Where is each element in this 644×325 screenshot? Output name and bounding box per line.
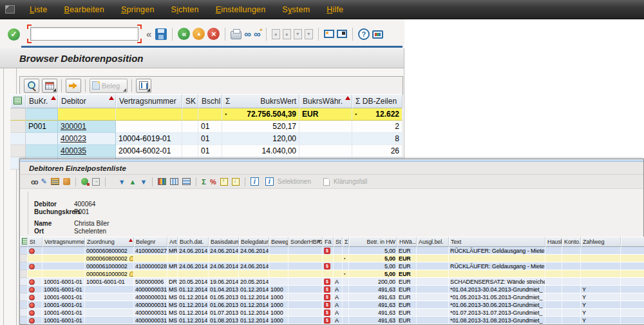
col-db-zeilen[interactable]: Σ DB-Zeilen [352, 94, 402, 108]
debitor-link[interactable]: 400035 [61, 146, 86, 155]
last-page-icon[interactable]: ▼ [303, 29, 314, 39]
col-st[interactable]: St [28, 237, 43, 247]
subtotal-icon[interactable]: % [208, 178, 218, 186]
debitor-link[interactable]: 300001 [61, 122, 86, 131]
menu-item-springen[interactable]: Springen [113, 5, 163, 14]
info-icon[interactable]: i [249, 177, 261, 186]
row-selector[interactable] [20, 293, 28, 301]
continue-button[interactable] [66, 79, 81, 93]
row-selector[interactable] [20, 309, 28, 317]
sort-descending-icon[interactable]: ▼ [138, 178, 149, 186]
customize-layout-icon[interactable] [371, 29, 384, 39]
dropdown-caret[interactable] [147, 88, 150, 92]
klaerungsfall-button[interactable]: Klärungsfall [321, 178, 367, 186]
collapse-icon[interactable]: « [144, 28, 154, 39]
row-selector[interactable] [20, 317, 28, 324]
exit-icon[interactable]: ▲ [191, 28, 206, 40]
col-sonderhbkz[interactable]: SonderHBKz [289, 237, 323, 247]
find-next-icon[interactable]: ∞ [252, 28, 262, 39]
col-bewegart[interactable]: BewegArt [269, 237, 289, 247]
col-hausbank[interactable]: Hausb... [545, 237, 562, 247]
cancel-icon[interactable]: × [206, 28, 221, 40]
system-menu-icon[interactable] [5, 5, 15, 14]
choose-details-button[interactable] [24, 79, 39, 93]
find-icon[interactable]: ∞ [243, 28, 252, 39]
col-zuordnung[interactable]: Zuordnung [85, 237, 134, 247]
row-selector[interactable] [10, 145, 26, 157]
row-selector[interactable] [10, 121, 26, 133]
sort-ascending-icon[interactable]: ▲ [128, 178, 138, 186]
save-layout-icon[interactable] [61, 178, 72, 185]
menu-item-hilfe[interactable]: Hilfe [318, 5, 352, 14]
menu-item-liste[interactable]: Liste [21, 5, 55, 14]
col-konto[interactable]: Konto... [562, 237, 581, 247]
row-selector[interactable] [10, 133, 26, 145]
col-vertragsnummer[interactable]: Vertragsnummer [116, 94, 182, 108]
col-bukrswert[interactable]: ΣBukrsWert [222, 94, 299, 108]
table-icon-header[interactable] [10, 94, 26, 108]
set-filter-icon[interactable]: ▼ [117, 178, 128, 186]
col-bukrswaehr[interactable]: BukrsWähr. [299, 94, 352, 108]
print-icon[interactable] [229, 29, 243, 39]
col-bschl[interactable]: Bschl [198, 94, 222, 108]
freeze-column-icon[interactable] [180, 178, 193, 185]
col-fae[interactable]: Fä [323, 237, 334, 247]
dropdown-caret[interactable] [53, 88, 56, 92]
col-st2[interactable]: St [334, 237, 343, 247]
table-icon-header[interactable] [20, 237, 28, 247]
col-betrag[interactable]: Betr. in HW [349, 237, 397, 247]
row-selector[interactable] [10, 108, 26, 121]
command-field[interactable] [30, 27, 138, 41]
refresh-icon[interactable] [79, 178, 90, 185]
create-shortcut-icon[interactable] [336, 30, 348, 38]
new-session-icon[interactable] [323, 30, 336, 38]
export-icon[interactable] [90, 178, 102, 186]
col-text[interactable]: Text [449, 237, 545, 247]
first-page-icon[interactable]: ▲ [270, 29, 281, 39]
col-art[interactable]: Art [167, 237, 178, 247]
change-line-layout-icon[interactable] [49, 178, 61, 185]
col-hwaehr[interactable]: HWä... [397, 237, 417, 247]
menu-item-system[interactable]: System [274, 5, 318, 14]
row-selector[interactable] [20, 270, 28, 278]
enter-icon[interactable]: ✓ [6, 28, 21, 41]
beleg-button[interactable]: Beleg [90, 79, 128, 93]
col-sigma[interactable]: Σ [343, 237, 349, 247]
menu-item-bearbeiten[interactable]: Bearbeiten [55, 5, 112, 14]
col-bukr[interactable]: BuKr. [26, 94, 58, 108]
col-belegdatum[interactable]: Belegdatum [239, 237, 269, 247]
undo-icon[interactable] [218, 178, 230, 186]
debitor-link[interactable]: 400023 [61, 134, 86, 143]
selektionen-button[interactable]: iSelektionen [263, 177, 311, 186]
total-icon[interactable]: Σ [200, 178, 208, 186]
col-zahlweg[interactable]: Zahlweg [581, 237, 621, 247]
layout-grid-icon[interactable] [156, 178, 168, 185]
col-basisdatum[interactable]: Basisdatum [209, 237, 239, 247]
display-document-icon[interactable]: oo [29, 178, 39, 186]
col-sk[interactable]: SK [182, 94, 198, 108]
chart-button[interactable] [136, 79, 151, 93]
col-buchdat[interactable]: Buch.dat. [178, 237, 209, 247]
change-document-icon[interactable]: ✎ [39, 177, 48, 186]
dropdown-caret[interactable] [123, 88, 126, 92]
col-belegnr[interactable]: Belegnr [134, 237, 167, 247]
menu-item-einstellungen[interactable]: Einstellungen [207, 5, 274, 14]
help-icon[interactable]: ? [357, 28, 371, 40]
redo-icon[interactable] [230, 178, 242, 186]
row-selector[interactable] [20, 247, 28, 255]
subtotal-expand-icon[interactable] [129, 256, 134, 261]
next-page-icon[interactable]: ▼ [292, 29, 303, 39]
menu-item-sichten[interactable]: Sichten [163, 5, 207, 14]
previous-page-icon[interactable]: ▲ [281, 29, 292, 39]
save-icon[interactable] [154, 28, 168, 40]
col-ausglbel[interactable]: Ausgl.bel. [417, 237, 449, 247]
row-selector[interactable] [20, 255, 28, 262]
row-selector[interactable] [20, 286, 28, 293]
row-selector[interactable] [20, 301, 28, 309]
row-selector[interactable] [20, 262, 28, 270]
col-vertragsnummer[interactable]: Vertragsnummer [43, 237, 85, 247]
back-icon[interactable]: « [176, 28, 191, 40]
change-layout-button[interactable] [42, 79, 57, 93]
col-debitor[interactable]: Debitor [58, 94, 116, 108]
insert-column-icon[interactable] [168, 178, 180, 185]
